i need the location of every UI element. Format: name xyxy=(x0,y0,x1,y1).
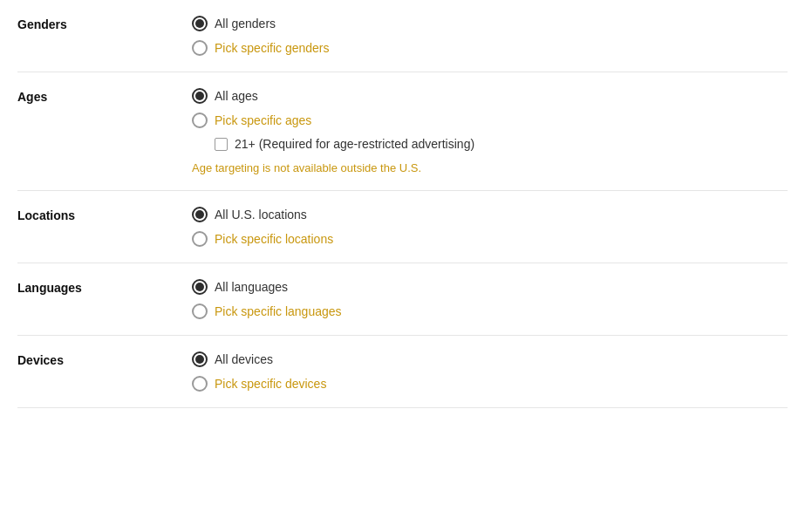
ages-label: Ages xyxy=(17,88,192,104)
radio-option-all-locations[interactable]: All U.S. locations xyxy=(192,207,333,222)
setting-row-ages: AgesAll agesPick specific ages21+ (Requi… xyxy=(17,72,788,191)
ages-info: Age targeting is not available outside t… xyxy=(192,161,474,174)
radio-option-all-languages[interactable]: All languages xyxy=(192,279,342,295)
radio-label-all-ages: All ages xyxy=(215,89,258,103)
radio-option-pick-genders[interactable]: Pick specific genders xyxy=(192,40,330,56)
radio-option-pick-ages[interactable]: Pick specific ages xyxy=(192,113,474,128)
checkbox-age-21plus[interactable]: 21+ (Required for age-restricted adverti… xyxy=(215,137,474,151)
settings-container: GendersAll gendersPick specific gendersA… xyxy=(0,0,805,408)
setting-row-languages: LanguagesAll languagesPick specific lang… xyxy=(17,263,788,336)
radio-circle-all-genders[interactable] xyxy=(192,16,208,31)
radio-circle-pick-ages[interactable] xyxy=(192,113,208,128)
checkbox-box-age-21plus[interactable] xyxy=(215,138,228,151)
radio-option-all-genders[interactable]: All genders xyxy=(192,16,330,31)
genders-options: All gendersPick specific genders xyxy=(192,16,330,56)
locations-options: All U.S. locationsPick specific location… xyxy=(192,207,333,247)
devices-label: Devices xyxy=(17,351,192,367)
radio-label-pick-locations: Pick specific locations xyxy=(215,232,333,246)
radio-label-pick-devices: Pick specific devices xyxy=(215,377,326,391)
genders-label: Genders xyxy=(17,16,192,31)
radio-circle-pick-locations[interactable] xyxy=(192,231,208,247)
setting-row-devices: DevicesAll devicesPick specific devices xyxy=(17,336,788,408)
radio-label-all-languages: All languages xyxy=(215,280,288,294)
radio-option-all-ages[interactable]: All ages xyxy=(192,88,474,104)
devices-options: All devicesPick specific devices xyxy=(192,351,326,392)
radio-option-pick-locations[interactable]: Pick specific locations xyxy=(192,231,333,247)
radio-label-all-devices: All devices xyxy=(215,352,273,366)
radio-circle-all-locations[interactable] xyxy=(192,207,208,222)
radio-label-pick-languages: Pick specific languages xyxy=(215,304,342,318)
radio-label-pick-ages: Pick specific ages xyxy=(215,113,311,127)
radio-label-pick-genders: Pick specific genders xyxy=(215,41,330,55)
radio-circle-all-ages[interactable] xyxy=(192,88,208,104)
locations-label: Locations xyxy=(17,207,192,222)
radio-circle-all-languages[interactable] xyxy=(192,279,208,295)
radio-option-pick-devices[interactable]: Pick specific devices xyxy=(192,376,326,392)
radio-label-all-genders: All genders xyxy=(215,17,276,31)
ages-options: All agesPick specific ages21+ (Required … xyxy=(192,88,474,174)
setting-row-genders: GendersAll gendersPick specific genders xyxy=(17,0,788,72)
radio-option-pick-languages[interactable]: Pick specific languages xyxy=(192,304,342,319)
radio-option-all-devices[interactable]: All devices xyxy=(192,351,326,367)
radio-circle-pick-genders[interactable] xyxy=(192,40,208,56)
radio-circle-all-devices[interactable] xyxy=(192,351,208,367)
setting-row-locations: LocationsAll U.S. locationsPick specific… xyxy=(17,191,788,263)
radio-label-all-locations: All U.S. locations xyxy=(215,208,307,222)
languages-label: Languages xyxy=(17,279,192,295)
checkbox-label-age-21plus: 21+ (Required for age-restricted adverti… xyxy=(235,137,474,151)
languages-options: All languagesPick specific languages xyxy=(192,279,342,319)
radio-circle-pick-languages[interactable] xyxy=(192,304,208,319)
radio-circle-pick-devices[interactable] xyxy=(192,376,208,392)
